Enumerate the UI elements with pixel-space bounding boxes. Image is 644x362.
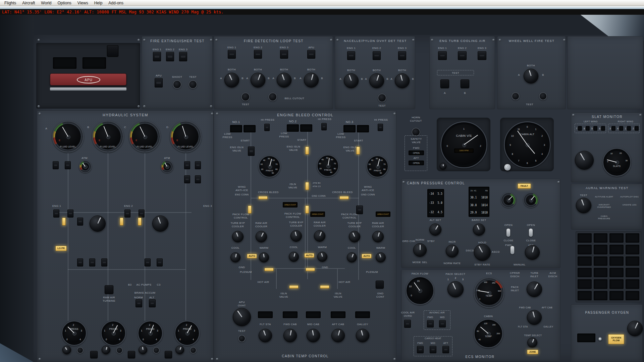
menu-options[interactable]: Options [54,0,74,6]
hyd-selector-knob-2[interactable] [152,216,168,232]
test-button-b[interactable] [461,79,469,88]
hyd-switch[interactable] [184,175,190,183]
menu-addons[interactable]: Add-ons [105,0,126,6]
eng-isln-valve-switch-1[interactable] [248,146,255,156]
nacelle-switch-2[interactable] [373,51,381,60]
hyd-switch[interactable] [195,161,201,169]
manual-toggle[interactable] [510,246,515,254]
brake-accum-switch[interactable] [136,299,142,307]
press-sel-knob[interactable] [102,346,110,354]
turb-byp-knob-2[interactable] [290,230,302,242]
alt-set-knob[interactable] [429,224,441,236]
pump-switch[interactable] [53,209,59,218]
mode-sel-knob[interactable] [413,243,427,257]
hyd-switch[interactable] [89,258,95,266]
press-sel-knob[interactable] [62,346,71,354]
apu-bleed-knob[interactable] [233,308,251,326]
hyd-switch[interactable] [53,161,59,169]
apu-test-button[interactable] [238,335,246,342]
shoot-button[interactable] [173,80,181,89]
loop-test-button[interactable] [241,93,250,101]
hyd-switch[interactable] [65,161,71,169]
temp-knob[interactable] [317,252,327,262]
apu-agent-switch[interactable] [155,78,163,87]
cool-air-ovrd-switch[interactable] [404,320,411,328]
aft-valve-toggle[interactable] [529,228,533,237]
cooling-switch-1[interactable] [438,51,447,60]
nacelle-test-button[interactable] [378,94,386,102]
zone-temp-knob[interactable] [307,329,320,342]
wheel-test-button-2[interactable] [539,92,547,100]
menu-help[interactable]: Help [91,0,106,6]
nacelle-knob-3[interactable] [395,73,410,88]
loop-select-knob-3[interactable] [277,73,291,87]
manual-knob[interactable] [525,245,540,260]
zone-temp-knob[interactable] [283,329,297,342]
loop-switch-1[interactable] [228,50,236,59]
loop-select-knob-1[interactable] [224,73,239,87]
agent-low-switch-2[interactable] [166,52,174,61]
gnd-cont-button[interactable] [376,281,384,289]
wheel-test-button-1[interactable] [512,92,520,100]
loop-select-knob-2[interactable] [251,73,265,87]
aural-test-knob[interactable] [576,198,591,213]
nacelle-knob-2[interactable] [369,73,384,88]
ecs-source-select-knob[interactable] [527,282,542,297]
hyd-switch[interactable] [145,258,151,266]
temp-knob[interactable] [376,252,386,262]
pump-switch[interactable] [124,209,130,218]
menu-aircraft[interactable]: Aircraft [19,0,38,6]
temp-knob[interactable] [289,252,299,262]
avionic-fwd-switch[interactable] [427,320,434,327]
latch-button[interactable] [107,45,118,57]
hyd-switch[interactable] [195,175,201,183]
brake-accum-switch[interactable] [149,299,156,307]
stby-rate-knob[interactable] [474,244,491,261]
agent-low-switch-3[interactable] [179,52,187,61]
press-test-button[interactable] [116,347,123,354]
pack-valve-switch-3[interactable] [356,205,363,214]
press-sel-knob[interactable] [175,346,184,354]
rat-button[interactable] [105,285,113,294]
air-zone-knob[interactable] [527,310,542,325]
hyd-switch[interactable] [157,258,163,266]
menu-views[interactable]: Views [74,0,91,6]
press-test-button[interactable] [190,347,197,354]
temp-knob[interactable] [230,252,240,262]
loop-switch-2[interactable] [254,50,262,59]
hi-press-switch[interactable] [378,124,383,131]
test-button[interactable] [189,80,197,89]
hyd-button[interactable] [90,351,98,358]
norm-rate-knob[interactable] [446,245,459,257]
cargo-fwd-switch[interactable] [417,346,424,353]
slat-test-knob[interactable] [575,151,594,170]
loop-switch-4[interactable] [307,50,315,59]
cargo-mid-switch[interactable] [430,346,436,353]
zone-temp-knob[interactable] [356,329,369,342]
pump-switch[interactable] [139,209,145,218]
press-test-button[interactable] [153,347,160,354]
nacelle-knob-1[interactable] [344,73,359,88]
press-sel-knob[interactable] [139,346,147,354]
hyd-switch[interactable] [101,258,107,266]
cargo-aft-switch[interactable] [442,346,449,353]
menu-flights[interactable]: Flights [1,0,19,6]
hyd-switch[interactable] [77,218,83,226]
wheel-well-knob[interactable] [524,69,538,83]
hyd-button[interactable] [128,351,135,358]
cabin-vs-knob[interactable] [440,163,446,170]
hyd-switch[interactable] [184,161,190,169]
temp-knob[interactable] [259,252,269,262]
nacelle-switch-3[interactable] [398,51,406,60]
ram-air-knob-3[interactable] [372,231,384,242]
turb-byp-knob-1[interactable] [232,231,244,242]
cooling-switch-2[interactable] [458,51,467,60]
fwd-valve-toggle[interactable] [506,228,511,237]
oxygen-knob[interactable] [627,321,643,336]
zone-temp-knob[interactable] [331,329,345,342]
cooling-switch-3[interactable] [478,51,486,60]
hyd-switch[interactable] [77,258,83,266]
ram-air-knob-2[interactable] [314,230,325,242]
cabin-alt-baro-knob[interactable] [504,164,511,171]
oxygen-test-button[interactable] [598,337,602,341]
